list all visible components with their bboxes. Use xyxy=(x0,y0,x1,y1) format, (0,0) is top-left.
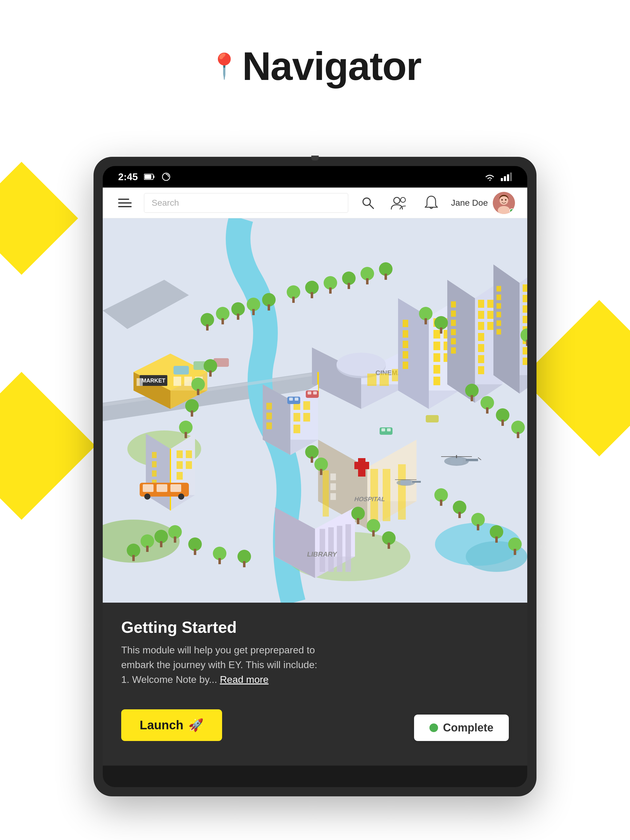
status-time: 2:45 xyxy=(118,171,138,183)
svg-rect-32 xyxy=(184,377,192,386)
bg-diamond-left-top xyxy=(0,162,78,275)
svg-rect-145 xyxy=(330,483,336,490)
svg-rect-94 xyxy=(478,333,484,341)
svg-rect-67 xyxy=(403,351,408,358)
svg-rect-122 xyxy=(266,422,272,429)
svg-rect-159 xyxy=(466,459,478,461)
app-logo-pin: 📍 xyxy=(209,54,240,78)
svg-rect-84 xyxy=(451,320,456,326)
svg-rect-200 xyxy=(191,411,193,417)
svg-rect-71 xyxy=(434,330,440,338)
svg-rect-41 xyxy=(152,452,157,458)
panel-description-text: This module will help you get preprepare… xyxy=(121,644,317,685)
bg-diamond-right xyxy=(521,300,630,456)
svg-rect-126 xyxy=(303,413,310,422)
svg-rect-202 xyxy=(185,432,187,438)
svg-rect-172 xyxy=(237,314,239,320)
bell-icon xyxy=(424,195,438,211)
svg-text:LIBRARY: LIBRARY xyxy=(306,550,337,558)
tablet-device: 2:45 xyxy=(93,157,537,796)
svg-rect-230 xyxy=(440,500,442,506)
search-bar[interactable]: Search xyxy=(144,193,348,213)
user-name-label: Jane Doe xyxy=(451,198,488,208)
search-placeholder: Search xyxy=(152,198,179,208)
svg-rect-95 xyxy=(478,344,484,352)
svg-rect-170 xyxy=(222,318,224,324)
signal-icon xyxy=(501,172,512,181)
svg-rect-250 xyxy=(313,392,317,395)
svg-rect-130 xyxy=(157,484,167,492)
header-icons: Jane Doe xyxy=(388,192,515,214)
svg-rect-111 xyxy=(522,305,527,313)
read-more-link[interactable]: Read more xyxy=(220,674,269,685)
svg-rect-212 xyxy=(502,420,504,426)
svg-rect-137 xyxy=(323,471,329,516)
svg-rect-192 xyxy=(440,327,442,333)
svg-rect-188 xyxy=(385,274,387,280)
svg-rect-109 xyxy=(522,295,527,302)
svg-rect-142 xyxy=(355,462,369,469)
wifi-icon xyxy=(484,172,496,182)
svg-rect-45 xyxy=(177,450,183,458)
svg-rect-1 xyxy=(153,175,154,178)
svg-rect-140 xyxy=(398,464,406,519)
users-button[interactable] xyxy=(388,193,412,213)
svg-rect-46 xyxy=(186,450,192,458)
svg-rect-30 xyxy=(136,378,143,386)
svg-rect-59 xyxy=(380,374,389,386)
hamburger-line-1 xyxy=(118,199,129,200)
city-map[interactable]: MARKET xyxy=(103,218,527,603)
svg-rect-151 xyxy=(328,527,334,572)
svg-rect-222 xyxy=(174,537,176,543)
svg-rect-156 xyxy=(450,458,463,464)
svg-rect-112 xyxy=(522,316,527,323)
svg-rect-164 xyxy=(412,481,421,483)
svg-rect-47 xyxy=(177,461,183,469)
svg-rect-88 xyxy=(478,300,484,308)
svg-rect-86 xyxy=(451,338,456,344)
app-header: Search xyxy=(103,188,527,218)
user-profile[interactable]: Jane Doe xyxy=(451,192,515,214)
complete-button[interactable]: Complete xyxy=(414,715,509,741)
svg-rect-242 xyxy=(372,531,375,537)
svg-point-13 xyxy=(500,196,508,205)
hamburger-line-3 xyxy=(118,206,131,207)
svg-rect-252 xyxy=(381,428,385,431)
hamburger-menu-button[interactable] xyxy=(115,196,135,210)
svg-rect-186 xyxy=(366,278,369,284)
svg-point-15 xyxy=(502,199,503,201)
svg-rect-91 xyxy=(487,311,494,319)
app-title-area: 📍 Navigator xyxy=(209,43,421,89)
svg-rect-206 xyxy=(320,469,322,475)
svg-rect-85 xyxy=(451,329,456,335)
svg-rect-232 xyxy=(458,512,461,518)
svg-rect-247 xyxy=(295,398,298,401)
tablet-screen: 2:45 xyxy=(103,166,527,787)
svg-rect-5 xyxy=(504,176,506,181)
launch-button[interactable]: Launch 🚀 xyxy=(121,709,222,741)
svg-rect-92 xyxy=(478,322,484,330)
svg-rect-97 xyxy=(478,366,484,374)
svg-rect-178 xyxy=(292,297,295,303)
svg-rect-73 xyxy=(434,342,440,350)
svg-rect-236 xyxy=(495,537,498,543)
svg-rect-58 xyxy=(367,374,377,386)
svg-rect-66 xyxy=(403,341,408,348)
search-button[interactable] xyxy=(358,193,378,213)
svg-rect-240 xyxy=(357,518,359,524)
svg-text:HOSPITAL: HOSPITAL xyxy=(354,496,386,502)
svg-rect-138 xyxy=(370,469,378,521)
rocket-icon: 🚀 xyxy=(188,718,204,733)
isometric-city-svg: MARKET xyxy=(103,218,527,603)
svg-rect-131 xyxy=(171,484,181,492)
svg-rect-49 xyxy=(177,472,183,480)
svg-rect-204 xyxy=(311,456,313,463)
svg-rect-180 xyxy=(311,292,313,298)
svg-rect-226 xyxy=(218,558,221,564)
svg-rect-89 xyxy=(487,300,494,308)
bell-button[interactable] xyxy=(421,192,442,214)
svg-rect-234 xyxy=(477,524,479,531)
users-icon xyxy=(391,196,408,210)
svg-rect-43 xyxy=(152,471,157,477)
svg-rect-168 xyxy=(206,324,209,330)
